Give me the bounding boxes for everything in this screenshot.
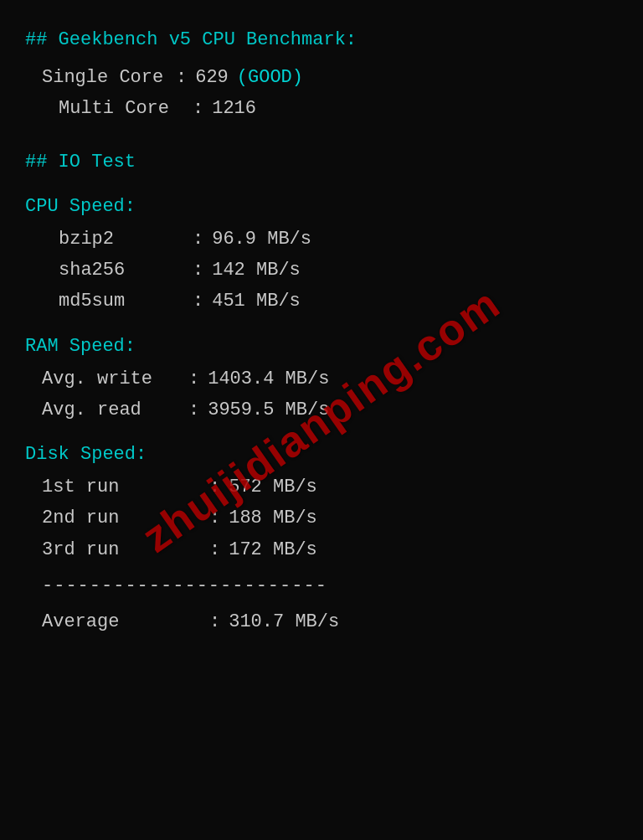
run3-label: 3rd run: [42, 535, 209, 564]
sha256-label: sha256: [59, 255, 193, 285]
md5sum-label: md5sum: [59, 286, 193, 316]
cpu-benchmark-header: ## Geekbench v5 CPU Benchmark:: [25, 25, 618, 54]
disk-speed-header: Disk Speed:: [25, 440, 618, 469]
sha256-value: 142 MB/s: [212, 255, 301, 285]
run3-line: 3rd run : 172 MB/s: [25, 535, 618, 564]
ram-speed-header: RAM Speed:: [25, 332, 618, 361]
average-value: 310.7 MB/s: [229, 607, 339, 636]
avg-read-value: 3959.5 MB/s: [208, 395, 329, 425]
benchmark-container: ## Geekbench v5 CPU Benchmark: Single Co…: [25, 25, 618, 636]
multi-core-line: Multi Core : 1216: [25, 94, 618, 123]
avg-write-line: Avg. write : 1403.4 MB/s: [25, 364, 618, 394]
run2-label: 2nd run: [42, 503, 209, 533]
disk-speed-section: Disk Speed: 1st run : 572 MB/s 2nd run :…: [25, 440, 618, 636]
single-core-label: Single Core: [42, 63, 176, 92]
run3-value: 172 MB/s: [229, 535, 317, 564]
avg-read-line: Avg. read : 3959.5 MB/s: [25, 395, 618, 425]
single-core-badge: (GOOD): [237, 63, 303, 92]
run2-value: 188 MB/s: [229, 503, 317, 533]
avg-read-label: Avg. read: [42, 395, 188, 425]
io-test-header: ## IO Test: [25, 147, 618, 177]
average-label: Average: [42, 607, 209, 636]
bzip2-label: bzip2: [59, 224, 193, 254]
average-line: Average : 310.7 MB/s: [25, 607, 618, 636]
run1-value: 572 MB/s: [229, 472, 317, 502]
cpu-speed-section: CPU Speed: bzip2 : 96.9 MB/s sha256 : 14…: [25, 192, 618, 317]
bzip2-line: bzip2 : 96.9 MB/s: [25, 224, 618, 254]
ram-speed-section: RAM Speed: Avg. write : 1403.4 MB/s Avg.…: [25, 332, 618, 425]
md5sum-line: md5sum : 451 MB/s: [25, 286, 618, 316]
multi-core-value: 1216: [212, 94, 256, 123]
single-core-line: Single Core : 629 (GOOD): [25, 63, 618, 92]
cpu-benchmark-results: Single Core : 629 (GOOD) Multi Core : 12…: [25, 63, 618, 123]
single-core-value: 629: [195, 63, 229, 92]
divider: ------------------------: [25, 571, 618, 600]
cpu-speed-header: CPU Speed:: [25, 192, 618, 221]
bzip2-value: 96.9 MB/s: [212, 224, 311, 254]
run1-line: 1st run : 572 MB/s: [25, 472, 618, 502]
run1-label: 1st run: [42, 472, 209, 502]
avg-write-label: Avg. write: [42, 364, 188, 394]
multi-core-label: Multi Core: [59, 94, 193, 123]
run2-line: 2nd run : 188 MB/s: [25, 503, 618, 533]
avg-write-value: 1403.4 MB/s: [208, 364, 329, 394]
sha256-line: sha256 : 142 MB/s: [25, 255, 618, 285]
md5sum-value: 451 MB/s: [212, 286, 301, 316]
